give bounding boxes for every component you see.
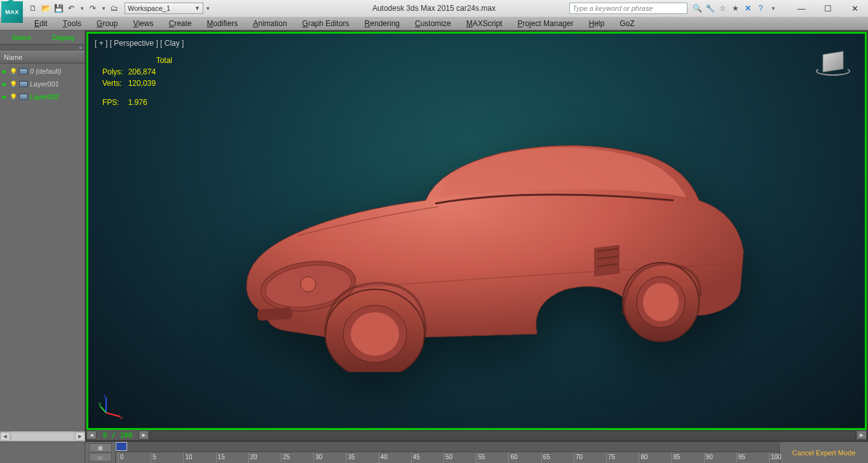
stats-verts-value: 120,039 (128, 78, 176, 88)
visibility-bulb-icon[interactable]: 💡 (10, 67, 17, 75)
svg-point-2 (301, 277, 316, 292)
communication-icon[interactable]: ✕ (742, 3, 754, 14)
menu-modifiers[interactable]: Modifiers (200, 17, 246, 30)
visibility-bulb-icon[interactable]: 💡 (10, 93, 17, 100)
menu-customize[interactable]: Customize (407, 17, 459, 30)
infocenter-search-input[interactable]: Type a keyword or phrase (569, 3, 688, 14)
minimize-button[interactable]: — (788, 0, 815, 17)
search-icon[interactable]: 🔍 (691, 3, 703, 14)
layer-row[interactable]: ▶💡Layer002 (0, 90, 85, 103)
stats-verts-label: Verts: (102, 78, 127, 88)
help-icon[interactable]: ? (755, 3, 766, 14)
expand-icon[interactable]: ▶ (3, 81, 8, 87)
menu-tools[interactable]: Tools (55, 17, 89, 30)
menu-views[interactable]: Views (125, 17, 161, 30)
timeline-tick: 5 (151, 452, 151, 463)
svg-text:x: x (120, 415, 123, 419)
expand-icon[interactable]: ▶ (3, 69, 8, 74)
expert-mode-toggle[interactable]: Cancel Expert Mode (779, 442, 868, 463)
viewport-bottom-bar: ◄ 0 / 100 ► ► (86, 430, 867, 440)
axis-gizmo[interactable]: z y x (98, 394, 124, 419)
stats-total-header: Total (128, 55, 176, 66)
redo-icon[interactable]: ↷ (86, 2, 99, 15)
menu-edit[interactable]: Edit (27, 17, 55, 30)
key-mode-button[interactable]: ▭ (89, 453, 112, 462)
layer-icon (19, 68, 28, 74)
timeline-key-buttons: ▦ ▭ (85, 442, 116, 463)
timeline-tick: 40 (379, 452, 379, 463)
timeline-tick: 30 (313, 452, 314, 463)
panel-collapse-handle[interactable]: » (0, 45, 85, 51)
layer-name-label: Layer002 (30, 93, 59, 100)
qat-customize-dropdown[interactable]: ▾ (203, 5, 212, 11)
timeline-tick: 95 (736, 452, 737, 463)
timeline-tick: 20 (248, 452, 249, 463)
scene-explorer-panel: Select Display » Name ▶💡0 (default)▶💡Lay… (0, 31, 85, 441)
left-panel-scrollbar[interactable]: ◄ ► (0, 431, 85, 441)
project-folder-icon[interactable]: 🗂 (108, 2, 121, 15)
menu-group[interactable]: Group (89, 17, 125, 30)
viewport-label[interactable]: [ + ] [ Perspective ] [ Clay ] (95, 39, 184, 48)
svg-point-13 (643, 283, 679, 321)
scroll-left-icon[interactable]: ◄ (0, 432, 10, 441)
timeline-ruler[interactable]: 0510152025303540455055606570758085909510… (116, 442, 779, 463)
viewport-container: [ + ] [ Perspective ] [ Clay ] Total Pol… (85, 31, 868, 441)
workspace-label: Workspace_1 (128, 4, 170, 12)
layer-row[interactable]: ▶💡Layer001 (0, 78, 85, 90)
timeline-tick: 45 (411, 452, 412, 463)
scroll-track[interactable] (149, 431, 856, 439)
timeline-tick: 85 (671, 452, 672, 463)
time-slider-marker[interactable] (116, 442, 127, 451)
menu-project-manager[interactable]: Project Manager (510, 17, 581, 30)
timeline-tick: 55 (476, 452, 477, 463)
timeline-tick: 0 (118, 452, 119, 463)
svg-rect-3 (257, 307, 293, 321)
timeline-tick: 70 (574, 452, 574, 463)
expand-icon[interactable]: ▶ (3, 94, 8, 100)
app-menu-button[interactable]: MAX (1, 1, 23, 23)
layer-icon (19, 81, 28, 87)
layer-row[interactable]: ▶💡0 (default) (0, 65, 85, 78)
close-button[interactable]: ✕ (841, 0, 868, 17)
menu-goz[interactable]: GoZ (612, 17, 642, 30)
new-file-icon[interactable]: 🗋 (27, 2, 39, 15)
menu-create[interactable]: Create (161, 17, 199, 30)
open-file-icon[interactable]: 📂 (39, 2, 52, 15)
menu-graph-editors[interactable]: Graph Editors (295, 17, 357, 30)
redo-history-dropdown[interactable]: ▾ (99, 5, 108, 11)
undo-icon[interactable]: ↶ (65, 2, 78, 15)
timeline-tick: 25 (281, 452, 281, 463)
key-filter-button[interactable]: ▦ (89, 443, 112, 452)
perspective-viewport[interactable]: [ + ] [ Perspective ] [ Clay ] Total Pol… (86, 32, 867, 430)
chevron-down-icon: ▼ (194, 5, 200, 11)
quick-access-toolbar: 🗋 📂 💾 ↶ ▾ ↷ ▾ 🗂 Workspace_1 ▼ ▾ (27, 0, 212, 17)
frame-indicator: 0 / 100 (103, 431, 132, 439)
scroll-right2-button[interactable]: ► (857, 431, 867, 439)
subscription-icon[interactable]: 🔧 (704, 3, 715, 14)
panel-column-header[interactable]: Name (0, 51, 85, 64)
menu-maxscript[interactable]: MAXScript (459, 17, 510, 30)
visibility-bulb-icon[interactable]: 💡 (10, 80, 17, 88)
maximize-button[interactable]: ☐ (815, 0, 841, 17)
layer-name-label: 0 (default) (30, 67, 62, 75)
save-file-icon[interactable]: 💾 (52, 2, 65, 15)
menu-help[interactable]: Help (581, 17, 612, 30)
scroll-right-icon[interactable]: ► (75, 432, 85, 441)
window-controls: — ☐ ✕ (788, 0, 868, 17)
undo-history-dropdown[interactable]: ▾ (78, 5, 86, 11)
viewcube[interactable] (814, 43, 852, 81)
timeline-tick: 100 (769, 452, 770, 463)
workspace-selector[interactable]: Workspace_1 ▼ (125, 3, 203, 14)
favorite-icon[interactable]: ★ (729, 3, 741, 14)
menu-rendering[interactable]: Rendering (357, 17, 407, 30)
svg-text:z: z (104, 394, 106, 399)
help-dropdown-icon[interactable]: ▼ (768, 3, 779, 14)
scroll-left-button[interactable]: ◄ (86, 431, 97, 439)
timeline-tick: 15 (216, 452, 217, 463)
tab-display[interactable]: Display (43, 31, 85, 44)
exchange-icon[interactable]: ☆ (717, 3, 728, 14)
scroll-right-button[interactable]: ► (139, 431, 149, 439)
menu-animation[interactable]: Animation (245, 17, 294, 30)
tab-select[interactable]: Select (0, 31, 43, 44)
timeline-tick: 50 (444, 452, 444, 463)
